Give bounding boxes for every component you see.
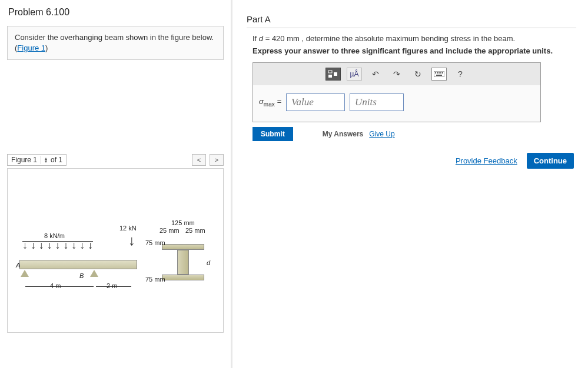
cs-d-label: d bbox=[207, 259, 210, 266]
point-load-arrow: ↓ bbox=[128, 232, 135, 249]
svg-rect-8 bbox=[442, 72, 443, 73]
answer-input-row: σmax = bbox=[253, 85, 540, 122]
units-input[interactable] bbox=[350, 93, 404, 111]
beam bbox=[19, 260, 137, 269]
svg-rect-4 bbox=[435, 72, 436, 73]
reset-button[interactable]: ↻ bbox=[410, 68, 426, 81]
figure-prev-button[interactable]: < bbox=[192, 154, 206, 166]
dist-load-label: 8 kN/m bbox=[44, 232, 65, 239]
divider bbox=[247, 28, 576, 28]
continue-button[interactable]: Continue bbox=[527, 153, 574, 169]
figure-next-button[interactable]: > bbox=[210, 154, 224, 166]
figure-canvas: ↓↓↓↓↓↓↓↓↓ 8 kN/m 12 kN ↓ A B 4 m 2 m 125… bbox=[7, 168, 224, 333]
cs-75a-label: 75 mm bbox=[145, 239, 165, 246]
figure-link[interactable]: Figure 1 bbox=[17, 44, 45, 52]
cs-25b-label: 25 mm bbox=[185, 227, 205, 234]
svg-rect-5 bbox=[437, 72, 438, 73]
templates-icon[interactable] bbox=[325, 68, 341, 81]
svg-rect-1 bbox=[328, 75, 332, 78]
support-b bbox=[90, 270, 98, 277]
problem-statement: Consider the overhanging beam shown in t… bbox=[7, 26, 224, 60]
my-answers-label: My Answers bbox=[323, 130, 364, 138]
answer-box: µÅ ↶ ↷ ↻ ? σmax = bbox=[253, 62, 541, 122]
svg-rect-9 bbox=[436, 75, 442, 76]
value-input[interactable] bbox=[286, 93, 345, 111]
updown-icon[interactable]: ▴▾ bbox=[45, 157, 47, 163]
statement-text-post: ) bbox=[45, 44, 48, 52]
cs-125-label: 125 mm bbox=[171, 219, 195, 226]
keyboard-button[interactable] bbox=[431, 68, 447, 81]
instruction-text: Express your answer to three significant… bbox=[247, 46, 576, 55]
problem-title: Problem 6.100 bbox=[0, 0, 231, 22]
redo-button[interactable]: ↷ bbox=[389, 68, 404, 81]
figure-selector[interactable]: Figure 1 ▴▾ of 1 bbox=[7, 154, 67, 166]
cs-75b-label: 75 mm bbox=[145, 276, 165, 283]
support-a bbox=[21, 270, 29, 277]
submit-row: Submit My Answers Give Up bbox=[253, 127, 576, 141]
special-chars-button[interactable]: µÅ bbox=[347, 68, 362, 81]
cs-bot-flange bbox=[162, 275, 204, 280]
provide-feedback-link[interactable]: Provide Feedback bbox=[456, 156, 517, 165]
part-title: Part A bbox=[247, 14, 576, 24]
footer-row: Provide Feedback Continue bbox=[247, 153, 576, 169]
give-up-link[interactable]: Give Up bbox=[369, 130, 394, 138]
figure-header: Figure 1 ▴▾ of 1 < > bbox=[7, 154, 224, 166]
point-a-label: A bbox=[16, 262, 20, 269]
point-load-label: 12 kN bbox=[119, 225, 137, 232]
cs-25a-label: 25 mm bbox=[160, 227, 180, 234]
svg-rect-7 bbox=[440, 72, 441, 73]
dist-load-arrows: ↓↓↓↓↓↓↓↓↓ bbox=[22, 242, 93, 248]
svg-rect-6 bbox=[438, 72, 440, 73]
cs-web bbox=[177, 250, 189, 275]
figure-count: of 1 bbox=[51, 156, 62, 164]
svg-rect-0 bbox=[328, 71, 332, 73]
svg-rect-3 bbox=[434, 71, 444, 77]
span1-label: 4 m bbox=[50, 282, 61, 289]
figure-selector-label: Figure 1 bbox=[11, 156, 37, 164]
svg-rect-2 bbox=[334, 72, 337, 76]
question-text: If d = 420 mm , determine the absolute m… bbox=[247, 34, 576, 43]
sigma-label: σmax = bbox=[259, 97, 281, 108]
point-b-label: B bbox=[79, 272, 84, 279]
submit-button[interactable]: Submit bbox=[253, 127, 293, 141]
help-button[interactable]: ? bbox=[453, 68, 468, 81]
answer-toolbar: µÅ ↶ ↷ ↻ ? bbox=[253, 63, 540, 85]
span2-label: 2 m bbox=[107, 282, 117, 289]
cs-top-flange bbox=[162, 244, 204, 250]
undo-button[interactable]: ↶ bbox=[368, 68, 383, 81]
